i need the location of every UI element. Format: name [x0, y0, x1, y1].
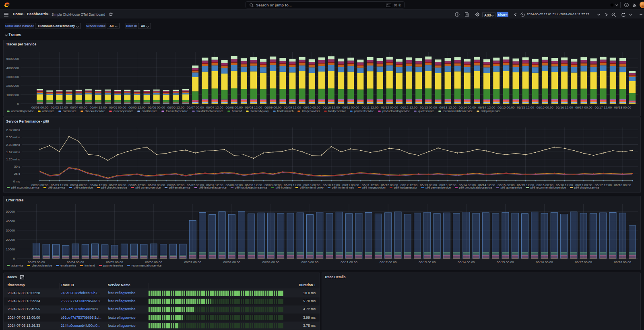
svg-text:06/15 00:00: 06/15 00:00	[497, 260, 514, 264]
svg-text:2.08 mins: 2.08 mins	[6, 143, 20, 147]
svg-text:06/17 00:00: 06/17 00:00	[575, 106, 592, 109]
svg-text:20000: 20000	[6, 238, 15, 242]
svg-text:06/18 00:00: 06/18 00:00	[614, 106, 632, 109]
svg-text:06/13 12:00: 06/13 12:00	[439, 106, 456, 109]
svg-text:06/03 12:00: 06/03 12:00	[51, 106, 68, 109]
svg-text:06/15 12:00: 06/15 12:00	[517, 106, 534, 109]
svg-text:06/09 12:00: 06/09 12:00	[284, 106, 301, 109]
svg-text:4000000: 4000000	[6, 66, 19, 70]
svg-text:06/03 00:00: 06/03 00:00	[28, 260, 45, 264]
svg-text:06/08 00:00: 06/08 00:00	[223, 260, 241, 264]
svg-text:06/03 00:00: 06/03 00:00	[31, 106, 49, 109]
svg-text:06/14 12:00: 06/14 12:00	[478, 106, 495, 109]
svg-text:06/12 00:00: 06/12 00:00	[381, 106, 398, 109]
svg-text:06/08 12:00: 06/08 12:00	[245, 106, 262, 109]
svg-text:06/06 00:00: 06/06 00:00	[145, 260, 163, 264]
svg-text:06/16 12:00: 06/16 12:00	[556, 106, 573, 109]
svg-text:06/11 00:00: 06/11 00:00	[342, 106, 359, 109]
svg-text:06/05 00:00: 06/05 00:00	[109, 106, 126, 109]
svg-text:0 ms: 0 ms	[13, 180, 20, 183]
svg-text:30000: 30000	[6, 229, 15, 232]
svg-text:06/12 12:00: 06/12 12:00	[400, 106, 418, 109]
svg-text:06/17 12:00: 06/17 12:00	[595, 106, 612, 109]
svg-text:06/07 00:00: 06/07 00:00	[184, 260, 202, 264]
svg-text:06/09 00:00: 06/09 00:00	[262, 260, 280, 264]
svg-text:0: 0	[17, 102, 19, 106]
svg-text:06/06 00:00: 06/06 00:00	[148, 106, 165, 109]
svg-text:06/06 12:00: 06/06 12:00	[167, 106, 185, 109]
svg-text:06/13 00:00: 06/13 00:00	[420, 106, 437, 109]
svg-text:06/08 00:00: 06/08 00:00	[226, 106, 243, 109]
svg-text:06/07 00:00: 06/07 00:00	[187, 106, 204, 109]
svg-text:06/09 00:00: 06/09 00:00	[264, 106, 282, 109]
svg-text:06/05 12:00: 06/05 12:00	[128, 106, 146, 109]
svg-text:06/10 00:00: 06/10 00:00	[303, 106, 321, 109]
svg-text:06/18 00:00: 06/18 00:00	[614, 260, 632, 264]
svg-text:06/12 00:00: 06/12 00:00	[380, 260, 397, 264]
svg-text:3000000: 3000000	[6, 75, 19, 79]
svg-text:06/10 12:00: 06/10 12:00	[323, 106, 340, 109]
svg-text:2.92 mins: 2.92 mins	[6, 128, 20, 132]
svg-text:06/14 00:00: 06/14 00:00	[459, 106, 476, 109]
svg-text:40000: 40000	[6, 219, 15, 223]
svg-text:10000: 10000	[6, 248, 15, 251]
svg-text:06/17 00:00: 06/17 00:00	[575, 260, 592, 264]
svg-text:2000000: 2000000	[6, 84, 19, 88]
svg-text:06/11 00:00: 06/11 00:00	[341, 260, 357, 264]
svg-text:2.50 mins: 2.50 mins	[6, 135, 20, 139]
svg-text:0: 0	[13, 257, 15, 260]
svg-text:06/13 00:00: 06/13 00:00	[419, 260, 436, 264]
svg-text:06/04 12:00: 06/04 12:00	[90, 106, 107, 109]
svg-text:06/05 00:00: 06/05 00:00	[106, 260, 123, 264]
svg-text:06/14 00:00: 06/14 00:00	[458, 260, 475, 264]
svg-text:06/11 12:00: 06/11 12:00	[362, 106, 379, 109]
svg-text:1.67 mins: 1.67 mins	[6, 150, 20, 154]
svg-text:50 s: 50 s	[14, 165, 20, 168]
svg-text:50000: 50000	[6, 210, 15, 213]
svg-text:25 s: 25 s	[14, 172, 20, 176]
svg-text:1.25 mins: 1.25 mins	[6, 158, 20, 161]
svg-text:1000000: 1000000	[6, 93, 19, 97]
svg-text:06/04 00:00: 06/04 00:00	[70, 106, 88, 109]
svg-text:06/10 00:00: 06/10 00:00	[301, 260, 319, 264]
svg-text:5000000: 5000000	[6, 57, 19, 61]
svg-text:06/07 12:00: 06/07 12:00	[206, 106, 223, 109]
svg-text:06/16 00:00: 06/16 00:00	[536, 260, 553, 264]
svg-text:06/04 00:00: 06/04 00:00	[67, 260, 84, 264]
svg-text:06/15 00:00: 06/15 00:00	[497, 106, 515, 109]
svg-text:06/16 00:00: 06/16 00:00	[537, 106, 554, 109]
